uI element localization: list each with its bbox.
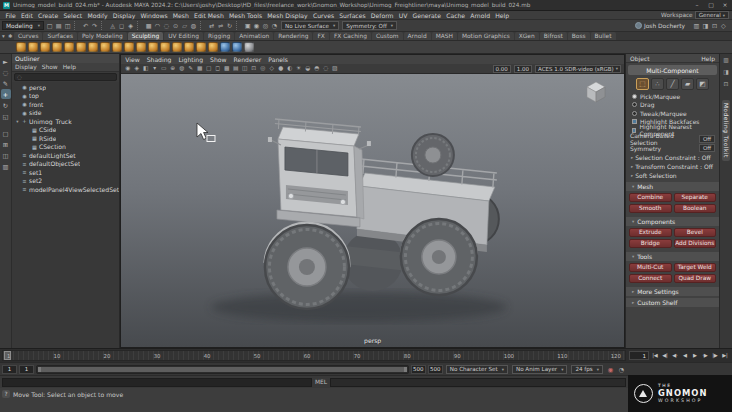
undo-icon[interactable]: ↶ — [81, 21, 90, 30]
playback-start-field[interactable]: 1 — [2, 365, 17, 374]
bookmarks-icon[interactable]: ▾ — [150, 64, 159, 73]
shelf-menu-icon[interactable]: ▾ — [2, 33, 5, 39]
connect-button[interactable]: Connect — [629, 274, 672, 283]
view-cube-gizmo[interactable] — [584, 80, 608, 104]
film-gate-icon[interactable]: ▢ — [204, 64, 213, 73]
outliner-menu-item[interactable]: Help — [63, 64, 76, 70]
workspace-dropdown[interactable]: General▾ — [695, 11, 729, 19]
lasso-tool-icon[interactable]: ◌ — [1, 67, 11, 77]
outliner-item[interactable]: ≡ defaultObjectSet — [12, 160, 119, 169]
shelf-tab[interactable]: Animation — [235, 32, 273, 40]
soft-selection-header[interactable]: ▸ Soft Selection — [626, 171, 719, 180]
menu-item[interactable]: Windows — [138, 12, 170, 19]
grid-toggle-icon[interactable]: ▦ — [195, 64, 204, 73]
fps-dropdown[interactable]: 24 fps▾ — [571, 365, 603, 374]
shelf-tab[interactable]: Sculpting — [128, 32, 164, 40]
play-forwards-button[interactable]: ▶ — [690, 349, 700, 362]
move-tool-icon[interactable]: + — [1, 89, 11, 99]
animation-preferences-icon[interactable]: ◔ — [617, 365, 626, 374]
shelf-tab[interactable]: Surfaces — [43, 32, 77, 40]
camera-attributes-icon[interactable]: ◧ — [141, 64, 150, 73]
boolean-button[interactable]: Boolean — [674, 204, 717, 213]
save-scene-icon[interactable]: ◫ — [63, 21, 72, 30]
selection-mode-option[interactable]: Drag — [626, 101, 719, 110]
unfreeze-brush-icon[interactable] — [232, 42, 242, 52]
outliner-item[interactable]: ▦ RSide — [12, 134, 119, 143]
output-connections-icon[interactable]: ⇌ — [216, 21, 225, 30]
transform-constraint-row[interactable]: ▸ Transform Constraint : Off — [626, 162, 719, 171]
step-forward-key-button[interactable]: ·▶ — [700, 349, 710, 362]
tool-settings-tab-icon[interactable]: ⊡ — [722, 80, 731, 89]
motion-blur-icon[interactable]: ◌ — [321, 64, 330, 73]
snap-to-grids-icon[interactable]: ▦ — [144, 21, 153, 30]
menu-item[interactable]: Edit Mesh — [192, 12, 227, 19]
menu-item[interactable]: Cache — [444, 12, 468, 19]
shelf-tab[interactable]: Rendering — [274, 32, 312, 40]
viewport-menu-item[interactable]: Shading — [147, 56, 172, 63]
shelf-tab[interactable]: Bullet — [591, 32, 616, 40]
quad-draw-button[interactable]: Quad Draw — [674, 274, 717, 283]
knife-brush-icon[interactable] — [172, 42, 182, 52]
custom-shelf-header[interactable]: ▸ Custom Shelf — [626, 298, 719, 307]
wax-brush-icon[interactable] — [136, 42, 146, 52]
step-back-frame-button[interactable]: ◀| — [660, 349, 670, 362]
select-by-hierarchy-icon[interactable]: ◬ — [108, 21, 117, 30]
single-pane-layout-icon[interactable]: ▢ — [1, 128, 11, 138]
smooth-shade-mode-icon[interactable]: ● — [276, 64, 285, 73]
menu-item[interactable]: Curves — [310, 12, 336, 19]
anim-layer-dropdown[interactable]: No Anim Layer▾ — [512, 365, 567, 374]
extrude-button[interactable]: Extrude — [629, 228, 672, 237]
image-plane-icon[interactable]: ▭ — [159, 64, 168, 73]
gamma-field[interactable]: 1.00 — [514, 65, 532, 73]
outliner-item[interactable]: ◉ top — [12, 92, 119, 101]
help-menu[interactable]: Help — [701, 55, 715, 62]
viewport-canvas[interactable]: persp — [121, 74, 624, 347]
separator[interactable] — [101, 21, 106, 30]
animation-start-field[interactable]: 1 — [19, 365, 34, 374]
separator[interactable] — [137, 21, 142, 30]
outliner-item[interactable]: ≡ set1 — [12, 168, 119, 177]
face-mode-icon[interactable]: ▰ — [681, 78, 694, 90]
select-tool-icon[interactable]: ► — [1, 56, 11, 66]
symmetry-value[interactable]: Off — [699, 144, 715, 152]
relax-brush-icon[interactable] — [40, 42, 50, 52]
shelf-tab[interactable]: Curves — [14, 32, 42, 40]
outliner-item[interactable]: ▦ CSection — [12, 143, 119, 152]
menu-item[interactable]: Generate — [410, 12, 444, 19]
mesh-section-header[interactable]: ▾ Mesh — [626, 182, 719, 191]
new-scene-icon[interactable]: ▢ — [45, 21, 54, 30]
camera-based-selection-row[interactable]: Camera Based Selection Off — [626, 135, 719, 144]
shelf-tab[interactable]: Motion Graphics — [458, 32, 514, 40]
sidebar-attribute-editor-icon[interactable]: ◨ — [701, 21, 710, 30]
field-chart-icon[interactable]: ▤ — [231, 64, 240, 73]
tools-section-header[interactable]: ▾ Tools — [626, 252, 719, 261]
redo-icon[interactable]: ↷ — [90, 21, 99, 30]
fill-brush-icon[interactable] — [160, 42, 170, 52]
render-current-frame-icon[interactable]: ◉ — [252, 21, 261, 30]
camera-based-selection-value[interactable]: Off — [699, 135, 715, 143]
grab-brush-icon[interactable] — [52, 42, 62, 52]
textured-mode-icon[interactable]: ◐ — [285, 64, 294, 73]
wireframe-mode-icon[interactable]: ◇ — [267, 64, 276, 73]
separator[interactable] — [236, 21, 241, 30]
repeat-brush-icon[interactable] — [112, 42, 122, 52]
construction-history-icon[interactable]: ↻ — [225, 21, 234, 30]
snap-to-points-icon[interactable]: ◌ — [162, 21, 171, 30]
character-set-dropdown[interactable]: No Character Set▾ — [446, 365, 508, 374]
foamy-brush-icon[interactable] — [88, 42, 98, 52]
open-scene-icon[interactable]: ▤ — [54, 21, 63, 30]
shadows-icon[interactable]: ◒ — [303, 64, 312, 73]
outliner-menu-item[interactable]: Display — [15, 64, 37, 70]
exposure-field[interactable]: 0.00 — [493, 65, 511, 73]
symmetry-dropdown[interactable]: Symmetry: Off▾ — [342, 21, 397, 30]
shelf-tab[interactable]: FX — [313, 32, 328, 40]
outliner-item[interactable]: ≡ defaultLightSet — [12, 151, 119, 160]
smooth-brush-icon[interactable] — [28, 42, 38, 52]
step-forward-frame-button[interactable]: |▶ — [710, 349, 720, 362]
sidebar-tool-settings-icon[interactable]: ⊡ — [710, 21, 719, 30]
mel-toggle[interactable]: MEL — [315, 379, 327, 385]
multi-cut-button[interactable]: Multi-Cut — [629, 263, 672, 272]
vertex-mode-icon[interactable]: ∴ — [651, 78, 664, 90]
bridge-button[interactable]: Bridge — [629, 239, 672, 248]
selection-mode-option[interactable]: Tweak/Marquee — [626, 109, 719, 118]
